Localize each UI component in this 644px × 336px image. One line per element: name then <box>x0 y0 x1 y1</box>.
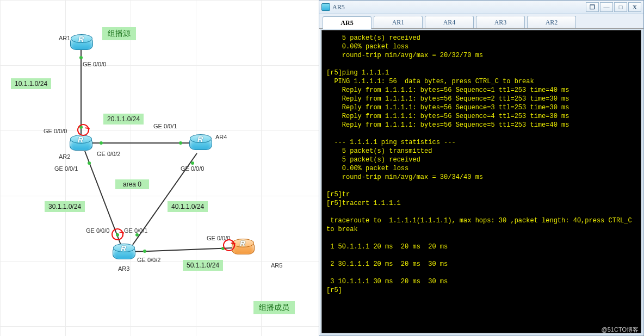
multicast-member: 组播成员 <box>253 301 295 314</box>
app-icon <box>321 3 330 11</box>
port-ar3-g002: GE 0/0/2 <box>137 257 160 263</box>
net-10: 10.1.1.0/24 <box>11 78 51 89</box>
svg-point-5 <box>79 56 83 59</box>
port-ar3-g001: GE 0/0/1 <box>124 227 147 234</box>
tab-ar1[interactable]: AR1 <box>374 16 423 28</box>
port-ar2-g000: GE 0/0/0 <box>44 128 67 134</box>
router-ar3[interactable]: R <box>113 243 134 260</box>
label-ar1: AR1 <box>59 35 70 41</box>
svg-line-4 <box>134 248 233 252</box>
label-ar2: AR2 <box>59 153 70 160</box>
net-30: 30.1.1.0/24 <box>45 201 85 212</box>
svg-point-11 <box>191 161 194 165</box>
area-label: area 0 <box>115 179 149 189</box>
port-ar1-g000: GE 0/0/0 <box>83 61 106 67</box>
console[interactable]: 5 packet(s) received 0.00% packet loss r… <box>321 30 641 333</box>
router-ar5[interactable]: R <box>232 238 253 256</box>
router-ar4[interactable]: R <box>189 134 211 151</box>
topology-canvas[interactable]: R R R R R AR1 AR2 AR4 AR3 AR5 10.1.1.0/2… <box>0 0 319 336</box>
svg-point-13 <box>143 250 146 253</box>
svg-point-7 <box>100 141 103 145</box>
close-button[interactable]: X <box>628 2 641 12</box>
router-ar1[interactable]: R <box>70 34 92 51</box>
port-ar2-g002: GE 0/0/2 <box>97 151 120 157</box>
tab-ar2[interactable]: AR2 <box>527 16 576 28</box>
port-ar3-g000: GE 0/0/0 <box>86 227 109 234</box>
tab-bar: AR5 AR1 AR4 AR3 AR2 <box>319 14 643 29</box>
console-output: 5 packet(s) received 0.00% packet loss r… <box>322 30 641 298</box>
watermark: @51CTO博客 <box>602 326 639 334</box>
minimize-button[interactable]: — <box>600 2 613 12</box>
svg-point-9 <box>88 161 91 165</box>
label-ar5: AR5 <box>271 262 282 269</box>
terminal-window[interactable]: AR5 ❐ — □ X AR5 AR1 AR4 AR3 AR2 5 packet… <box>319 0 644 336</box>
port-ar4-g001: GE 0/0/1 <box>153 123 177 129</box>
titlebar[interactable]: AR5 ❐ — □ X <box>319 1 643 14</box>
restore-button[interactable]: ❐ <box>586 2 599 12</box>
net-20: 20.1.1.0/24 <box>103 114 144 125</box>
svg-point-8 <box>179 141 182 145</box>
maximize-button[interactable]: □ <box>614 2 627 12</box>
multicast-source: 组播源 <box>102 27 136 40</box>
tab-ar3[interactable]: AR3 <box>476 16 525 28</box>
label-ar3: AR3 <box>118 265 129 272</box>
net-40: 40.1.1.0/24 <box>168 201 208 212</box>
port-ar2-g001: GE 0/0/1 <box>54 165 78 172</box>
net-50: 50.1.1.0/24 <box>183 260 223 271</box>
tab-ar4[interactable]: AR4 <box>425 16 474 28</box>
link-layer <box>0 0 319 336</box>
window-title: AR5 <box>332 3 345 11</box>
label-ar4: AR4 <box>215 134 227 140</box>
port-ar4-g000: GE 0/0/0 <box>181 165 204 172</box>
tab-ar5[interactable]: AR5 <box>323 16 371 29</box>
router-ar2[interactable]: R <box>70 134 91 152</box>
